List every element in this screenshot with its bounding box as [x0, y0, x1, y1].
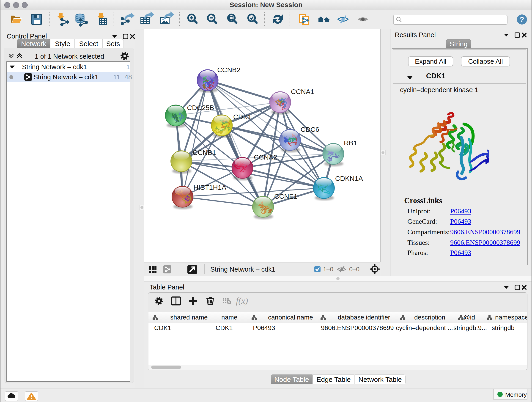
svg-text:CCNB1: CCNB1	[193, 149, 216, 156]
svg-text:0–0: 0–0	[349, 266, 360, 273]
svg-text:CCNB2: CCNB2	[217, 66, 241, 74]
svg-text:f(x): f(x)	[236, 296, 248, 306]
svg-text:CDC6: CDC6	[301, 126, 319, 133]
svg-text:HIST1H1A: HIST1H1A	[193, 184, 226, 191]
svg-text:1–0: 1–0	[323, 266, 333, 273]
svg-text:CCNE1: CCNE1	[274, 192, 298, 200]
svg-text:String Network – cdk1: String Network – cdk1	[210, 266, 275, 273]
svg-text:RB1: RB1	[344, 139, 357, 147]
svg-text:CDC25B: CDC25B	[187, 104, 214, 111]
svg-text:CDKN1A: CDKN1A	[335, 175, 363, 182]
svg-text:CDK1: CDK1	[233, 113, 252, 121]
svg-text:CCNA2: CCNA2	[254, 153, 277, 161]
svg-text:CCNA1: CCNA1	[291, 88, 314, 95]
